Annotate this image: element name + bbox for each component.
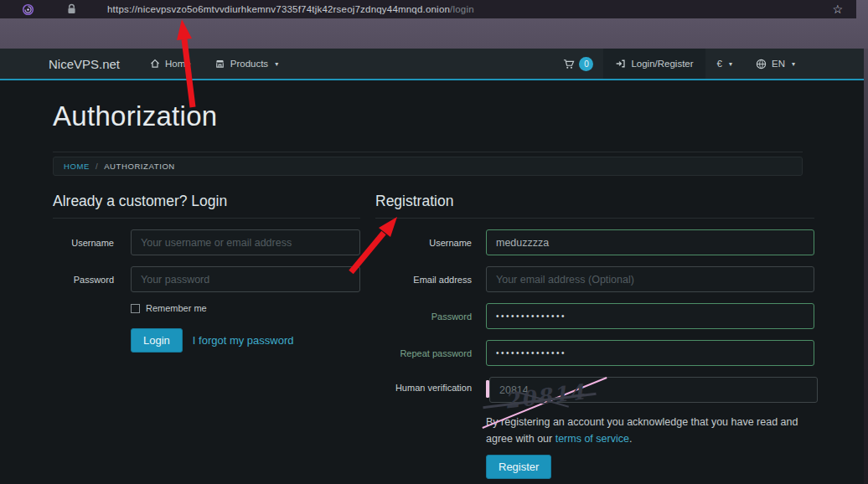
reg-password-input[interactable] (486, 303, 814, 329)
cart-button[interactable]: 0 (553, 49, 603, 79)
divider (53, 152, 803, 152)
login-username-label: Username (53, 238, 114, 248)
registration-heading: Registration (375, 193, 814, 219)
screen: https://nicevpsvzo5o6mtvvdiurhkemnv7335f… (0, 0, 868, 484)
registration-section: Registration Username Email address Pass… (375, 193, 814, 479)
url-host: https://nicevpsvzo5o6mtvvdiurhkemnv7335f… (107, 4, 450, 14)
navbar-right: 0 Login/Register € ▾ (553, 49, 807, 79)
login-button[interactable]: Login (131, 328, 183, 353)
form-row-captcha: Human verification 20814 (375, 377, 814, 403)
remember-me-row: Remember me (131, 303, 360, 313)
login-register-label: Login/Register (631, 59, 693, 69)
currency-dropdown[interactable]: € ▾ (705, 49, 744, 79)
site-navbar: NiceVPS.net Home Products ▾ (0, 49, 864, 80)
terms-line1: By registering an account you acknowledg… (486, 416, 798, 428)
url-text[interactable]: https://nicevpsvzo5o6mtvvdiurhkemnv7335f… (107, 4, 474, 14)
page-title: Authorization (53, 100, 864, 132)
chevron-down-icon: ▾ (275, 60, 278, 68)
nav-products-label: Products (230, 59, 268, 69)
url-path: /login (450, 4, 474, 14)
reg-password-label: Password (375, 312, 472, 322)
language-label: EN (772, 59, 785, 69)
form-row-reg-password: Password (375, 303, 814, 329)
nav-item-login-register[interactable]: Login/Register (603, 49, 705, 79)
login-password-label: Password (53, 275, 114, 285)
breadcrumb: HOME / AUTHORIZATION (53, 157, 803, 176)
login-section: Already a customer? Login Username Passw… (53, 193, 360, 353)
captcha-image: 20814 (486, 380, 489, 398)
registration-form: Username Email address Password Repeat p… (375, 229, 814, 479)
breadcrumb-current: AUTHORIZATION (104, 162, 175, 171)
terms-of-service-link[interactable]: terms of service (555, 433, 629, 445)
login-heading: Already a customer? Login (53, 193, 360, 219)
cart-count-badge: 0 (579, 57, 593, 71)
forms-container: Already a customer? Login Username Passw… (53, 193, 803, 479)
language-dropdown[interactable]: EN ▾ (744, 49, 807, 79)
reg-repeat-password-input[interactable] (486, 340, 814, 366)
login-form: Username Password Remember me Login I fo… (53, 229, 360, 353)
brand-logo[interactable]: NiceVPS.net (49, 57, 120, 71)
onion-icon[interactable] (22, 3, 34, 16)
chevron-down-icon: ▾ (729, 60, 732, 68)
nav-item-home[interactable]: Home (138, 49, 203, 79)
breadcrumb-separator: / (96, 162, 98, 171)
terms-text: By registering an account you acknowledg… (486, 414, 814, 448)
reg-email-label: Email address (375, 275, 472, 285)
currency-label: € (717, 59, 722, 69)
chevron-down-icon: ▾ (792, 60, 795, 68)
form-row-username: Username (53, 229, 360, 255)
terms-suffix: . (629, 433, 632, 445)
scrollbar-track[interactable] (864, 0, 868, 484)
bookmark-star-icon[interactable]: ☆ (832, 3, 843, 15)
login-username-input[interactable] (131, 229, 360, 255)
login-actions: Login I forgot my password (131, 328, 360, 353)
nav-item-products[interactable]: Products ▾ (203, 49, 290, 79)
login-password-input[interactable] (131, 266, 360, 292)
form-row-reg-repeat: Repeat password (375, 340, 814, 366)
forgot-password-link[interactable]: I forgot my password (193, 334, 294, 347)
form-row-reg-username: Username (375, 229, 814, 255)
storefront-icon (214, 59, 225, 69)
page-content: Authorization HOME / AUTHORIZATION Alrea… (0, 80, 864, 479)
breadcrumb-home-link[interactable]: HOME (64, 162, 90, 171)
form-row-password: Password (53, 266, 360, 292)
reg-username-input[interactable] (486, 229, 814, 255)
sign-in-icon (615, 59, 626, 69)
home-icon (150, 59, 160, 69)
browser-toolbar: https://nicevpsvzo5o6mtvvdiurhkemnv7335f… (0, 0, 868, 49)
captcha-label: Human verification (375, 377, 472, 393)
reg-repeat-password-label: Repeat password (375, 348, 472, 358)
register-button[interactable]: Register (486, 455, 551, 479)
registration-actions: Register (486, 455, 814, 479)
nav-home-label: Home (165, 59, 191, 69)
remember-me-checkbox[interactable] (131, 304, 140, 313)
reg-username-label: Username (375, 238, 472, 248)
lock-icon[interactable] (66, 3, 77, 15)
remember-me-label: Remember me (146, 303, 207, 313)
globe-icon (756, 59, 767, 70)
captcha-strike-line (486, 392, 489, 397)
reg-email-input[interactable] (486, 266, 814, 292)
cart-icon (563, 59, 575, 70)
form-row-reg-email: Email address (375, 266, 814, 292)
url-bar[interactable]: https://nicevpsvzo5o6mtvvdiurhkemnv7335f… (0, 0, 856, 18)
captcha-noise-line (486, 380, 489, 398)
terms-line2-prefix: agree with our (486, 433, 555, 445)
